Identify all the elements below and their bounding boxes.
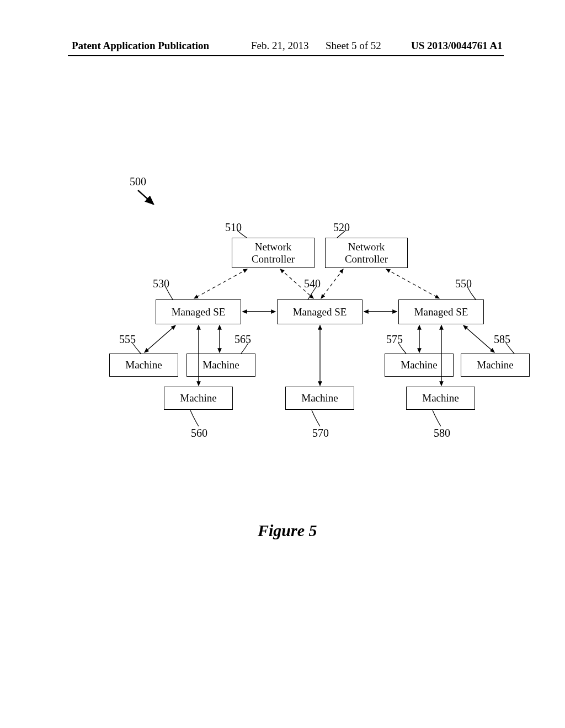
- machine-575: Machine: [385, 354, 454, 377]
- network-controller-1: Network Controller: [232, 238, 315, 268]
- managed-se-3: Managed SE: [398, 299, 484, 324]
- sheet-number: Sheet 5 of 52: [326, 40, 381, 52]
- ref-510: 510: [225, 221, 242, 234]
- publication-label: Patent Application Publication: [72, 40, 209, 52]
- svg-line-7: [145, 325, 175, 352]
- figure-caption: Figure 5: [258, 521, 317, 540]
- machine-570: Machine: [285, 387, 354, 410]
- page: Patent Application Publication Feb. 21, …: [0, 0, 565, 728]
- svg-line-4: [386, 269, 439, 298]
- managed-se-2: Managed SE: [277, 299, 363, 324]
- svg-line-3: [321, 269, 343, 298]
- ref-500: 500: [130, 175, 146, 188]
- machine-580: Machine: [406, 387, 475, 410]
- ref-570: 570: [312, 427, 329, 440]
- ref-555: 555: [119, 333, 136, 346]
- machine-585: Machine: [461, 354, 530, 377]
- svg-line-13: [463, 325, 494, 352]
- ref-580: 580: [434, 427, 450, 440]
- ref-540: 540: [304, 277, 321, 290]
- ref-560: 560: [191, 427, 207, 440]
- document-number: US 2013/0044761 A1: [411, 40, 503, 52]
- ref-520: 520: [333, 221, 350, 234]
- ref-530: 530: [153, 277, 169, 290]
- header-rule: [68, 55, 504, 56]
- ref-565: 565: [234, 333, 251, 346]
- machine-555: Machine: [109, 354, 178, 377]
- machine-560: Machine: [164, 387, 233, 410]
- machine-565: Machine: [186, 354, 255, 377]
- managed-se-1: Managed SE: [156, 299, 241, 324]
- ref-575: 575: [386, 333, 403, 346]
- ref-550: 550: [455, 277, 472, 290]
- svg-line-1: [194, 269, 247, 298]
- publication-date: Feb. 21, 2013: [251, 40, 309, 52]
- svg-line-0: [138, 190, 153, 204]
- network-controller-2: Network Controller: [325, 238, 408, 268]
- ref-585: 585: [494, 333, 510, 346]
